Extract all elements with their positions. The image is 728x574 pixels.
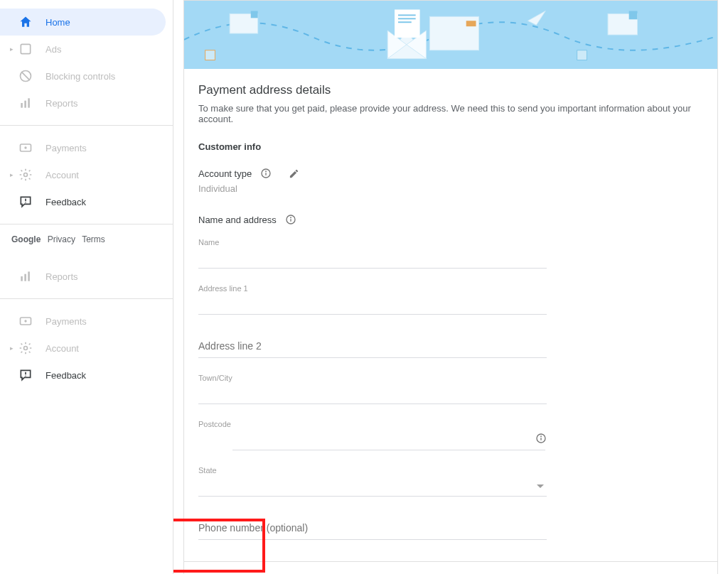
info-icon[interactable] [535, 433, 547, 446]
phone-input[interactable] [198, 516, 547, 540]
chevron-right-icon: ▸ [10, 173, 14, 177]
sidebar-item-label: Reports [46, 98, 78, 109]
payments-icon [18, 314, 33, 328]
address2-field [198, 335, 547, 358]
name-address-label: Name and address [198, 215, 277, 225]
svg-marker-13 [528, 11, 546, 25]
main-content: Payment address details To make sure tha… [173, 0, 728, 574]
account-type-value: Individual [198, 183, 703, 194]
sidebar-item-reports[interactable]: ▸Reports [0, 263, 166, 290]
gear-icon [18, 341, 33, 355]
svg-rect-5 [466, 21, 476, 26]
sidebar: ▸Home▸Ads▸Blocking controls▸Reports ▸Pay… [0, 0, 173, 574]
page-description: To make sure that you get paid, please p… [198, 103, 703, 124]
sidebar-item-label: Ads [46, 44, 61, 55]
name-address-row: Name and address [198, 214, 703, 225]
ads-icon [18, 42, 33, 56]
sidebar-item-account[interactable]: ▸Account [0, 335, 166, 362]
name-field: Name [198, 238, 547, 269]
svg-rect-15 [629, 11, 638, 19]
svg-rect-1 [577, 50, 587, 60]
svg-point-21 [291, 217, 291, 218]
town-field: Town/City [198, 374, 547, 404]
address1-field: Address line 1 [198, 284, 547, 315]
feedback-icon [18, 195, 33, 209]
sidebar-item-reports[interactable]: ▸Reports [0, 90, 166, 117]
name-label: Name [198, 238, 547, 247]
sidebar-item-feedback[interactable]: ▸Feedback [0, 362, 166, 389]
block-icon [18, 69, 33, 83]
sidebar-item-label: Payments [46, 316, 87, 327]
privacy-link[interactable]: Privacy [48, 234, 75, 244]
sidebar-footer: Google Privacy Terms [0, 224, 173, 254]
sidebar-item-feedback[interactable]: ▸Feedback [0, 188, 166, 215]
svg-rect-0 [205, 50, 215, 60]
sidebar-item-payments[interactable]: ▸Payments [0, 308, 166, 335]
bar-chart-icon [18, 269, 33, 283]
sidebar-item-label: Account [46, 343, 79, 354]
state-select[interactable] [198, 477, 547, 497]
address2-input[interactable] [198, 335, 547, 358]
payments-icon [18, 141, 33, 155]
sidebar-item-payments[interactable]: ▸Payments [0, 134, 166, 161]
sidebar-item-label: Account [46, 170, 79, 180]
phone-field [198, 516, 547, 540]
sidebar-item-home[interactable]: ▸Home [0, 9, 166, 36]
terms-link[interactable]: Terms [82, 234, 105, 244]
sidebar-item-label: Blocking controls [46, 71, 115, 82]
state-label: State [198, 466, 547, 475]
card-content: Payment address details To make sure tha… [184, 69, 717, 561]
customer-info-heading: Customer info [198, 141, 703, 152]
chevron-right-icon: ▸ [10, 47, 14, 51]
sidebar-item-label: Feedback [46, 370, 86, 381]
state-field: State [198, 466, 547, 497]
postcode-input[interactable] [232, 431, 545, 450]
sidebar-item-blocking-controls[interactable]: ▸Blocking controls [0, 63, 166, 90]
name-input[interactable] [198, 249, 547, 269]
address-form: Name Address line 1 Town/City Postcode [198, 238, 547, 540]
page-title: Payment address details [198, 83, 703, 97]
postcode-label: Postcode [198, 420, 547, 428]
sidebar-item-account[interactable]: ▸Account [0, 161, 166, 188]
svg-rect-9 [395, 9, 420, 37]
svg-point-18 [266, 171, 267, 172]
sidebar-item-ads[interactable]: ▸Ads [0, 36, 166, 63]
google-logo-text: Google [11, 234, 41, 244]
nav-group-4: ▸Payments▸Account▸Feedback [0, 298, 173, 397]
sidebar-item-label: Reports [46, 271, 78, 282]
info-icon[interactable] [285, 214, 296, 225]
gear-icon [18, 168, 33, 182]
pencil-icon[interactable] [289, 168, 299, 179]
submit-row: SUBMIT [184, 561, 717, 574]
chevron-right-icon: ▸ [10, 346, 14, 350]
payment-card: Payment address details To make sure tha… [183, 0, 718, 574]
svg-rect-3 [251, 11, 258, 18]
account-type-row: Account type [198, 168, 703, 179]
sidebar-item-label: Home [46, 17, 70, 28]
info-icon[interactable] [260, 168, 272, 179]
feedback-icon [18, 368, 33, 382]
sidebar-item-label: Payments [46, 143, 87, 153]
nav-group-1: ▸Home▸Ads▸Blocking controls▸Reports [0, 0, 173, 125]
svg-point-24 [541, 436, 542, 437]
home-icon [18, 15, 33, 29]
address1-input[interactable] [198, 296, 547, 315]
postcode-field: Postcode [198, 420, 547, 450]
town-label: Town/City [198, 374, 547, 382]
town-input[interactable] [198, 385, 547, 404]
banner-illustration [184, 1, 717, 69]
nav-group-2: ▸Payments▸Account▸Feedback [0, 125, 173, 224]
sidebar-item-label: Feedback [46, 197, 86, 207]
bar-chart-icon [18, 96, 33, 110]
account-type-label: Account type [198, 168, 252, 179]
chevron-down-icon [537, 480, 544, 491]
nav-group-3: ▸Reports [0, 254, 173, 298]
address1-label: Address line 1 [198, 284, 547, 293]
